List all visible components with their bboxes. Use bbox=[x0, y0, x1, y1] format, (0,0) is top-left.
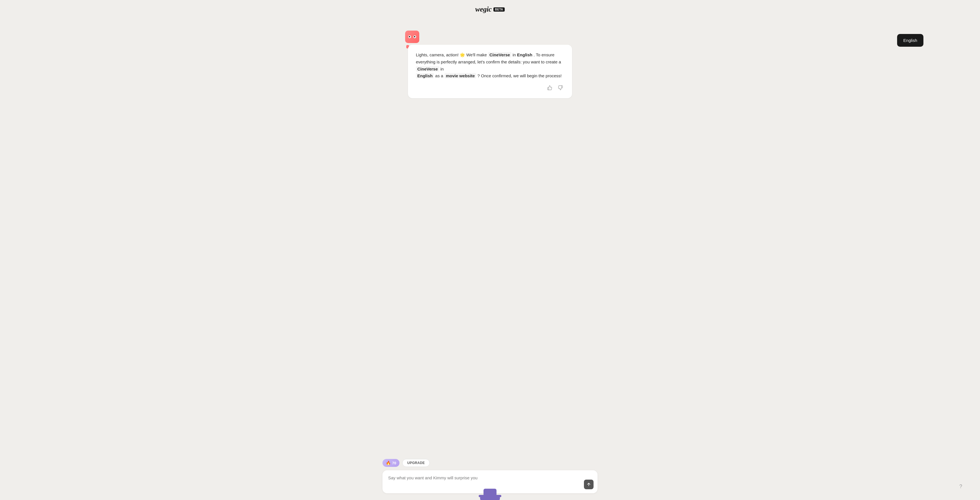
message-bubble: Lights, camera, action! 🌟 We'll make Cin… bbox=[408, 45, 572, 98]
upgrade-button[interactable]: UPGRADE bbox=[402, 459, 430, 467]
thumbs-up-button[interactable] bbox=[546, 84, 554, 93]
credits-badge: 🔥 70 bbox=[382, 459, 399, 467]
header: wegic BETA bbox=[0, 0, 980, 16]
bot-avatar bbox=[405, 30, 421, 46]
feedback-row bbox=[416, 84, 564, 93]
credits-count: 70 bbox=[392, 461, 396, 465]
bot-eye-left bbox=[408, 35, 411, 38]
help-button[interactable]: ? bbox=[956, 481, 966, 492]
credits-row: 🔥 70 UPGRADE bbox=[382, 459, 598, 467]
message-part2: in bbox=[512, 53, 516, 57]
bot-body bbox=[405, 30, 419, 43]
beta-badge: BETA bbox=[493, 7, 505, 11]
message-part1: Lights, camera, action! 🌟 We'll make bbox=[416, 53, 487, 57]
message-part4: in bbox=[441, 67, 444, 71]
send-button[interactable] bbox=[584, 479, 593, 489]
thumbs-down-button[interactable] bbox=[557, 84, 564, 93]
chat-container: Lights, camera, action! 🌟 We'll make Cin… bbox=[408, 45, 572, 98]
message-text: Lights, camera, action! 🌟 We'll make Cin… bbox=[416, 51, 564, 80]
logo-text: wegic bbox=[475, 5, 492, 14]
site-name-1: CineVerse bbox=[488, 52, 512, 58]
chat-input[interactable] bbox=[388, 475, 583, 487]
fire-icon: 🔥 bbox=[386, 461, 391, 465]
language-1: English bbox=[517, 53, 533, 57]
bottom-area: 🔥 70 UPGRADE bbox=[377, 454, 603, 500]
bot-eye-right bbox=[413, 35, 416, 38]
site-name-2: CineVerse bbox=[416, 66, 439, 72]
language-2: English bbox=[416, 73, 434, 78]
language-button[interactable]: English bbox=[897, 34, 923, 47]
site-type: movie website bbox=[444, 73, 476, 78]
message-part6: ? Once confirmed, we will begin the proc… bbox=[477, 73, 562, 78]
main-content: Lights, camera, action! 🌟 We'll make Cin… bbox=[0, 16, 980, 500]
logo-container: wegic BETA bbox=[475, 5, 505, 14]
message-part5: as a bbox=[435, 73, 443, 78]
chat-input-container bbox=[382, 470, 598, 493]
